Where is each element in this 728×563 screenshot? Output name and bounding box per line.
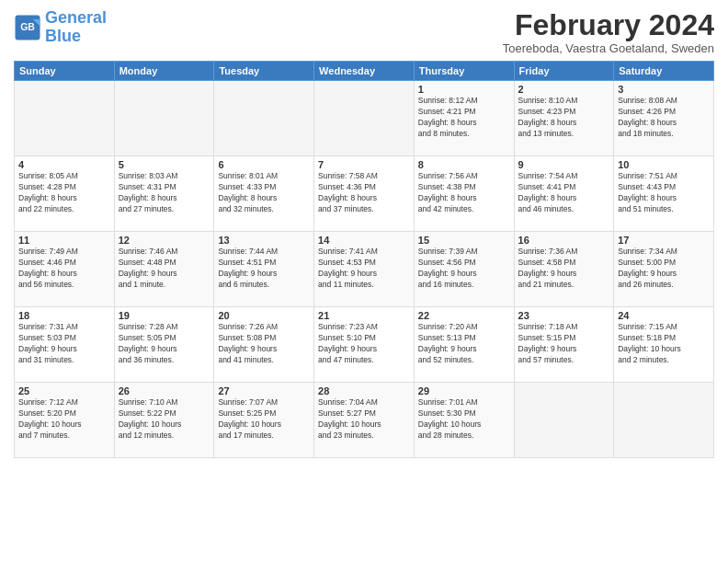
day-number: 9 [518, 159, 610, 170]
day-info: Sunrise: 7:15 AMSunset: 5:18 PMDaylight:… [618, 322, 710, 366]
calendar-cell: 23Sunrise: 7:18 AMSunset: 5:15 PMDayligh… [514, 307, 614, 383]
day-number: 8 [418, 159, 510, 170]
day-number: 24 [618, 310, 710, 321]
day-number: 16 [518, 235, 610, 246]
calendar-table: Sunday Monday Tuesday Wednesday Thursday… [14, 61, 714, 458]
title-block: February 2024 Toereboda, Vaestra Goetala… [503, 9, 714, 55]
day-number: 2 [518, 84, 610, 95]
calendar-cell [15, 81, 115, 156]
calendar-week-1: 1Sunrise: 8:12 AMSunset: 4:21 PMDaylight… [15, 81, 714, 156]
day-number: 23 [518, 310, 610, 321]
col-saturday: Saturday [614, 62, 714, 81]
day-number: 28 [318, 385, 410, 396]
calendar-cell: 20Sunrise: 7:26 AMSunset: 5:08 PMDayligh… [214, 307, 314, 383]
day-number: 20 [218, 310, 310, 321]
day-info: Sunrise: 8:05 AMSunset: 4:28 PMDaylight:… [18, 171, 110, 215]
day-info: Sunrise: 7:58 AMSunset: 4:36 PMDaylight:… [318, 171, 410, 215]
calendar-cell: 7Sunrise: 7:58 AMSunset: 4:36 PMDaylight… [314, 156, 415, 232]
logo-line2: Blue [45, 27, 81, 45]
day-info: Sunrise: 8:01 AMSunset: 4:33 PMDaylight:… [218, 171, 310, 215]
calendar-cell: 17Sunrise: 7:34 AMSunset: 5:00 PMDayligh… [614, 232, 714, 307]
day-info: Sunrise: 7:01 AMSunset: 5:30 PMDaylight:… [418, 397, 510, 442]
day-number: 10 [618, 159, 710, 170]
logo: GB General Blue [14, 9, 107, 46]
day-number: 21 [318, 310, 410, 321]
day-number: 22 [418, 310, 510, 321]
day-info: Sunrise: 7:10 AMSunset: 5:22 PMDaylight:… [119, 397, 210, 442]
calendar-cell: 12Sunrise: 7:46 AMSunset: 4:48 PMDayligh… [114, 232, 214, 307]
day-info: Sunrise: 7:18 AMSunset: 5:15 PMDaylight:… [518, 322, 610, 366]
calendar-cell: 25Sunrise: 7:12 AMSunset: 5:20 PMDayligh… [15, 383, 115, 458]
day-info: Sunrise: 7:51 AMSunset: 4:43 PMDaylight:… [618, 171, 710, 215]
calendar-cell: 26Sunrise: 7:10 AMSunset: 5:22 PMDayligh… [114, 383, 214, 458]
day-number: 18 [18, 310, 110, 321]
day-info: Sunrise: 7:36 AMSunset: 4:58 PMDaylight:… [518, 247, 610, 291]
calendar-cell: 16Sunrise: 7:36 AMSunset: 4:58 PMDayligh… [514, 232, 614, 307]
col-sunday: Sunday [15, 62, 115, 81]
logo-text: General Blue [45, 9, 107, 46]
calendar-cell: 8Sunrise: 7:56 AMSunset: 4:38 PMDaylight… [414, 156, 514, 232]
calendar-cell: 9Sunrise: 7:54 AMSunset: 4:41 PMDaylight… [514, 156, 614, 232]
header-row: Sunday Monday Tuesday Wednesday Thursday… [15, 62, 714, 81]
day-info: Sunrise: 8:03 AMSunset: 4:31 PMDaylight:… [119, 171, 210, 215]
calendar-cell: 29Sunrise: 7:01 AMSunset: 5:30 PMDayligh… [414, 383, 514, 458]
col-wednesday: Wednesday [314, 62, 415, 81]
day-info: Sunrise: 7:07 AMSunset: 5:25 PMDaylight:… [218, 397, 310, 442]
day-number: 25 [18, 385, 110, 396]
day-info: Sunrise: 8:12 AMSunset: 4:21 PMDaylight:… [418, 96, 510, 140]
calendar-week-5: 25Sunrise: 7:12 AMSunset: 5:20 PMDayligh… [15, 383, 714, 458]
col-tuesday: Tuesday [214, 62, 314, 81]
day-info: Sunrise: 7:04 AMSunset: 5:27 PMDaylight:… [318, 397, 410, 442]
calendar-page: GB General Blue February 2024 Toereboda,… [0, 0, 728, 563]
day-info: Sunrise: 7:41 AMSunset: 4:53 PMDaylight:… [318, 247, 410, 291]
col-friday: Friday [514, 62, 614, 81]
calendar-cell: 27Sunrise: 7:07 AMSunset: 5:25 PMDayligh… [214, 383, 314, 458]
day-number: 3 [618, 84, 710, 95]
calendar-cell [214, 81, 314, 156]
header: GB General Blue February 2024 Toereboda,… [14, 9, 714, 55]
day-number: 6 [218, 159, 310, 170]
day-number: 14 [318, 235, 410, 246]
calendar-cell: 19Sunrise: 7:28 AMSunset: 5:05 PMDayligh… [114, 307, 214, 383]
day-info: Sunrise: 8:10 AMSunset: 4:23 PMDaylight:… [518, 96, 610, 140]
day-info: Sunrise: 7:49 AMSunset: 4:46 PMDaylight:… [18, 247, 110, 291]
day-info: Sunrise: 7:54 AMSunset: 4:41 PMDaylight:… [518, 171, 610, 215]
day-number: 7 [318, 159, 410, 170]
day-number: 29 [418, 385, 510, 396]
svg-text:GB: GB [20, 21, 35, 32]
calendar-cell: 24Sunrise: 7:15 AMSunset: 5:18 PMDayligh… [614, 307, 714, 383]
calendar-cell: 28Sunrise: 7:04 AMSunset: 5:27 PMDayligh… [314, 383, 415, 458]
day-info: Sunrise: 7:23 AMSunset: 5:10 PMDaylight:… [318, 322, 410, 366]
calendar-cell: 4Sunrise: 8:05 AMSunset: 4:28 PMDaylight… [15, 156, 115, 232]
calendar-cell: 18Sunrise: 7:31 AMSunset: 5:03 PMDayligh… [15, 307, 115, 383]
calendar-cell: 13Sunrise: 7:44 AMSunset: 4:51 PMDayligh… [214, 232, 314, 307]
day-number: 4 [18, 159, 110, 170]
day-info: Sunrise: 7:31 AMSunset: 5:03 PMDaylight:… [18, 322, 110, 366]
day-number: 12 [119, 235, 210, 246]
calendar-cell: 21Sunrise: 7:23 AMSunset: 5:10 PMDayligh… [314, 307, 415, 383]
calendar-week-4: 18Sunrise: 7:31 AMSunset: 5:03 PMDayligh… [15, 307, 714, 383]
day-number: 13 [218, 235, 310, 246]
day-info: Sunrise: 7:44 AMSunset: 4:51 PMDaylight:… [218, 247, 310, 291]
col-monday: Monday [114, 62, 214, 81]
calendar-cell: 3Sunrise: 8:08 AMSunset: 4:26 PMDaylight… [614, 81, 714, 156]
location-subtitle: Toereboda, Vaestra Goetaland, Sweden [503, 41, 714, 55]
calendar-cell: 1Sunrise: 8:12 AMSunset: 4:21 PMDaylight… [414, 81, 514, 156]
calendar-cell: 22Sunrise: 7:20 AMSunset: 5:13 PMDayligh… [414, 307, 514, 383]
calendar-cell: 15Sunrise: 7:39 AMSunset: 4:56 PMDayligh… [414, 232, 514, 307]
day-number: 27 [218, 385, 310, 396]
calendar-cell: 10Sunrise: 7:51 AMSunset: 4:43 PMDayligh… [614, 156, 714, 232]
day-number: 1 [418, 84, 510, 95]
day-info: Sunrise: 7:56 AMSunset: 4:38 PMDaylight:… [418, 171, 510, 215]
day-info: Sunrise: 7:46 AMSunset: 4:48 PMDaylight:… [119, 247, 210, 291]
day-number: 15 [418, 235, 510, 246]
day-info: Sunrise: 7:26 AMSunset: 5:08 PMDaylight:… [218, 322, 310, 366]
calendar-week-2: 4Sunrise: 8:05 AMSunset: 4:28 PMDaylight… [15, 156, 714, 232]
day-number: 5 [119, 159, 210, 170]
month-title: February 2024 [503, 9, 714, 41]
calendar-week-3: 11Sunrise: 7:49 AMSunset: 4:46 PMDayligh… [15, 232, 714, 307]
day-info: Sunrise: 7:39 AMSunset: 4:56 PMDaylight:… [418, 247, 510, 291]
day-number: 19 [119, 310, 210, 321]
calendar-cell: 2Sunrise: 8:10 AMSunset: 4:23 PMDaylight… [514, 81, 614, 156]
calendar-cell [514, 383, 614, 458]
